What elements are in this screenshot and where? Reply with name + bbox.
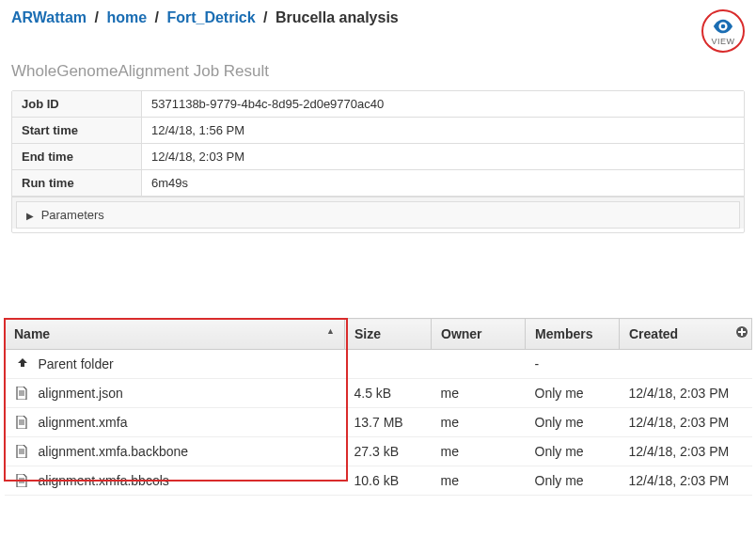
- page-subtitle: WholeGenomeAlignment Job Result: [0, 58, 756, 90]
- file-name: alignment.xmfa: [39, 415, 128, 430]
- file-table: Name ▲ Size Owner Members Created Parent…: [4, 318, 752, 496]
- parent-folder-label: Parent folder: [39, 356, 114, 371]
- breadcrumb-link-1[interactable]: home: [106, 9, 147, 25]
- eye-icon: [713, 19, 733, 37]
- col-header-created[interactable]: Created: [620, 319, 752, 350]
- col-header-owner[interactable]: Owner: [432, 319, 526, 350]
- file-icon: [14, 387, 29, 400]
- start-time-label: Start time: [12, 118, 142, 143]
- file-icon: [14, 445, 29, 458]
- col-header-name[interactable]: Name ▲: [5, 319, 345, 350]
- file-members: Only me: [526, 466, 620, 496]
- end-time-label: End time: [12, 144, 142, 169]
- file-size: 4.5 kB: [345, 379, 432, 408]
- view-button-label: VIEW: [711, 37, 734, 46]
- breadcrumb-current: Brucella analysis: [276, 9, 399, 25]
- add-column-button[interactable]: [735, 325, 748, 339]
- file-icon: [14, 416, 29, 429]
- job-id-value: 5371138b-9779-4b4c-8d95-2d0e9770ac40: [142, 91, 744, 117]
- file-name: alignment.xmfa.bbcols: [39, 473, 169, 488]
- file-size: 13.7 MB: [345, 408, 432, 437]
- file-row[interactable]: alignment.xmfa13.7 MBmeOnly me12/4/18, 2…: [5, 408, 752, 437]
- file-owner: me: [432, 379, 526, 408]
- file-owner: me: [432, 408, 526, 437]
- file-created: 12/4/18, 2:03 PM: [620, 379, 752, 408]
- job-id-label: Job ID: [12, 91, 142, 117]
- breadcrumb-link-0[interactable]: ARWattam: [11, 9, 87, 25]
- file-members: Only me: [526, 379, 620, 408]
- file-row[interactable]: alignment.json4.5 kBmeOnly me12/4/18, 2:…: [5, 379, 752, 408]
- run-time-value: 6m49s: [142, 170, 744, 196]
- view-button[interactable]: VIEW: [701, 9, 745, 53]
- file-row[interactable]: alignment.xmfa.bbcols10.6 kBmeOnly me12/…: [5, 466, 752, 496]
- end-time-value: 12/4/18, 2:03 PM: [142, 144, 744, 169]
- sort-asc-icon: ▲: [326, 326, 335, 336]
- col-header-members[interactable]: Members: [526, 319, 620, 350]
- file-created: 12/4/18, 2:03 PM: [620, 437, 752, 466]
- file-name: alignment.json: [39, 386, 123, 401]
- file-row[interactable]: alignment.xmfa.backbone27.3 kBmeOnly me1…: [5, 437, 752, 466]
- file-icon: [14, 474, 29, 487]
- file-size: 27.3 kB: [345, 437, 432, 466]
- job-meta-panel: Job ID 5371138b-9779-4b4c-8d95-2d0e9770a…: [11, 90, 745, 233]
- file-owner: me: [432, 437, 526, 466]
- run-time-label: Run time: [12, 170, 142, 196]
- up-arrow-icon: [14, 357, 29, 371]
- svg-point-0: [721, 24, 726, 28]
- file-created: 12/4/18, 2:03 PM: [620, 408, 752, 437]
- file-members: Only me: [526, 437, 620, 466]
- parent-folder-row[interactable]: Parent folder -: [5, 350, 752, 379]
- file-size: 10.6 kB: [345, 466, 432, 496]
- col-header-size[interactable]: Size: [345, 319, 432, 350]
- parameters-toggle[interactable]: ▶ Parameters: [16, 201, 740, 229]
- triangle-right-icon: ▶: [26, 211, 34, 221]
- file-name: alignment.xmfa.backbone: [39, 444, 189, 459]
- breadcrumb-link-2[interactable]: Fort_Detrick: [166, 9, 255, 25]
- start-time-value: 12/4/18, 1:56 PM: [142, 118, 744, 143]
- svg-rect-1: [18, 369, 25, 371]
- file-created: 12/4/18, 2:03 PM: [620, 466, 752, 496]
- file-owner: me: [432, 466, 526, 496]
- file-members: Only me: [526, 408, 620, 437]
- breadcrumb: ARWattam / home / Fort_Detrick / Brucell…: [11, 9, 701, 26]
- parameters-label: Parameters: [41, 208, 104, 222]
